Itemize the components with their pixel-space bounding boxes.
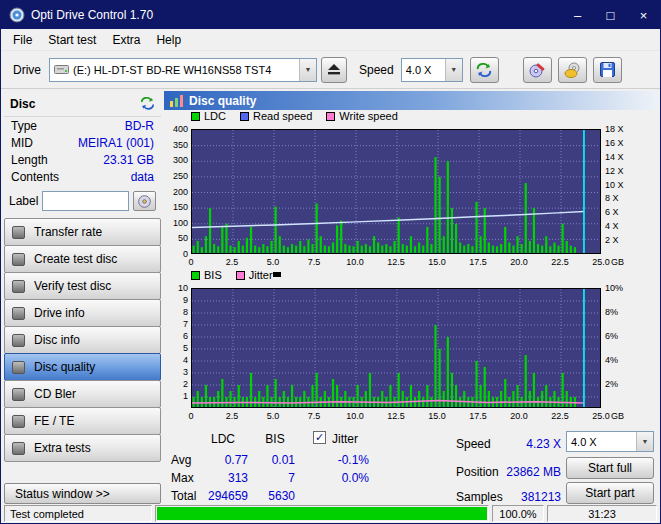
sidebar-button-label: Verify test disc <box>34 279 111 293</box>
disc-icon <box>138 195 151 208</box>
elapsed-time: 31:23 <box>547 505 657 522</box>
title-bar: Opti Drive Control 1.70 – □ × <box>1 1 660 29</box>
sidebar-button-label: Create test disc <box>34 252 117 266</box>
y-axis-right-label: 18 X <box>605 124 633 134</box>
window-title: Opti Drive Control 1.70 <box>31 8 561 22</box>
speed-select-toolbar[interactable]: 4.0 X ▼ <box>401 58 463 82</box>
y-axis-left-label: 9 <box>163 295 188 305</box>
y-axis-right-label: 6% <box>605 331 633 341</box>
dropdown-arrow-icon[interactable]: ▼ <box>445 59 462 81</box>
contents-data-link[interactable]: data <box>131 170 154 184</box>
close-button[interactable]: × <box>627 1 660 29</box>
sidebar-button-label: Disc info <box>34 333 80 347</box>
refresh-icon <box>476 63 492 77</box>
field-label: Type <box>11 119 37 133</box>
x-axis-label: 7.5 <box>299 411 329 421</box>
save-button[interactable] <box>593 57 622 83</box>
x-axis-label: 2.5 <box>217 257 247 267</box>
sidebar-button-drive-info[interactable]: Drive info <box>4 299 161 327</box>
sidebar-button-cd-bler[interactable]: CD Bler <box>4 380 161 408</box>
refresh-speeds-button[interactable] <box>470 57 499 83</box>
speed-select-value: 4.0 X <box>567 436 636 448</box>
speed-select[interactable]: 4.0 X ▼ <box>566 431 654 452</box>
ldc-column-header: LDC <box>198 432 248 446</box>
legend-label: Jitter <box>249 269 273 281</box>
start-full-button[interactable]: Start full <box>566 457 654 479</box>
eject-icon <box>328 64 340 75</box>
start-part-button[interactable]: Start part <box>566 482 654 504</box>
max-row-label: Max <box>171 471 194 485</box>
x-axis-label: 12.5 <box>381 411 411 421</box>
grab-disc-button[interactable] <box>558 57 587 83</box>
y-axis-right-label: 2 X <box>605 235 633 245</box>
y-axis-right-label: 4 X <box>605 221 633 231</box>
drive-select[interactable]: (E:) HL-DT-ST BD-RE WH16NS58 TST4 ▼ <box>49 58 317 82</box>
sidebar-button-disc-quality[interactable]: Disc quality <box>4 353 161 381</box>
x-axis-label: 17.5 <box>463 257 493 267</box>
avg-ldc-value: 0.77 <box>198 453 248 467</box>
grab-disc-icon <box>564 62 581 78</box>
label-input[interactable] <box>42 191 129 211</box>
sidebar-button-label: FE / TE <box>34 414 74 428</box>
menu-extra[interactable]: Extra <box>104 31 148 49</box>
label-row: Label <box>4 190 161 212</box>
sidebar-button-label: Extra tests <box>34 441 91 455</box>
refresh-disc-button[interactable] <box>140 97 155 110</box>
sidebar-button-transfer-rate[interactable]: Transfer rate <box>4 218 161 246</box>
panel-title: Disc quality <box>189 94 256 108</box>
sidebar-button-verify-test-disc[interactable]: Verify test disc <box>4 272 161 300</box>
sidebar-button-label: Transfer rate <box>34 225 102 239</box>
y-axis-right-label: 14 X <box>605 152 633 162</box>
avg-jitter-value: -0.1% <box>317 453 369 467</box>
total-row-label: Total <box>171 489 196 503</box>
legend-item-read-speed: Read speed <box>240 110 312 122</box>
samples-stat-value: 381213 <box>499 490 561 504</box>
speed-select-toolbar-value: 4.0 X <box>402 64 445 76</box>
read-speed-swatch-icon <box>240 112 249 121</box>
sidebar-button-extra-tests[interactable]: Extra tests <box>4 434 161 462</box>
field-mid: MID MEIRA1 (001) <box>4 134 161 151</box>
sidebar-button-fe-te[interactable]: FE / TE <box>4 407 161 435</box>
sidebar: Disc Type BD-R MID MEIRA1 (001) Length 2… <box>4 91 161 504</box>
sidebar-buttons: Transfer rateCreate test discVerify test… <box>4 218 161 462</box>
refresh-icon <box>140 97 155 110</box>
erase-disc-button[interactable] <box>523 57 552 83</box>
drive-label: Drive <box>13 63 41 77</box>
check-icon: ✓ <box>315 431 324 443</box>
extra-tests-icon <box>12 442 25 455</box>
y-axis-left-label: 100 <box>163 218 188 228</box>
write-label-button[interactable] <box>133 191 156 211</box>
disc-section-header: Disc <box>4 91 161 117</box>
y-axis-left-label: 150 <box>163 202 188 212</box>
jitter-swatch-icon <box>236 271 245 280</box>
sidebar-button-disc-info[interactable]: Disc info <box>4 326 161 354</box>
menu-file[interactable]: File <box>5 31 40 49</box>
x-axis-label: 15.0 <box>422 411 452 421</box>
menu-help[interactable]: Help <box>148 31 189 49</box>
minimize-button[interactable]: – <box>561 1 594 29</box>
legend-label: Read speed <box>253 110 312 122</box>
max-bis-value: 7 <box>255 471 295 485</box>
max-ldc-value: 313 <box>198 471 248 485</box>
y-axis-left-label: 3 <box>163 367 188 377</box>
jitter-checkbox[interactable]: ✓ <box>313 431 326 444</box>
create-test-disc-icon <box>12 253 25 266</box>
bis-jitter-plot <box>191 288 601 408</box>
legend-item-jitter: Jitter <box>236 269 273 281</box>
status-bar: Test completed 100.0% 31:23 <box>1 504 660 523</box>
y-axis-left-label: 400 <box>163 124 188 134</box>
maximize-button[interactable]: □ <box>594 1 627 29</box>
status-window-button[interactable]: Status window >> <box>4 483 161 504</box>
y-axis-left-label: 200 <box>163 187 188 197</box>
x-axis-label: 20.0 <box>504 257 534 267</box>
dropdown-arrow-icon[interactable]: ▼ <box>636 432 653 451</box>
samples-stat-label: Samples <box>456 490 503 504</box>
menu-start-test[interactable]: Start test <box>40 31 104 49</box>
sidebar-button-create-test-disc[interactable]: Create test disc <box>4 245 161 273</box>
x-axis-label: 2.5 <box>217 411 247 421</box>
y-axis-left-label: 2 <box>163 379 188 389</box>
dropdown-arrow-icon[interactable]: ▼ <box>299 59 316 81</box>
menu-bar: FileStart testExtraHelp <box>1 29 660 51</box>
eject-button[interactable] <box>321 57 347 83</box>
field-length: Length 23.31 GB <box>4 151 161 168</box>
